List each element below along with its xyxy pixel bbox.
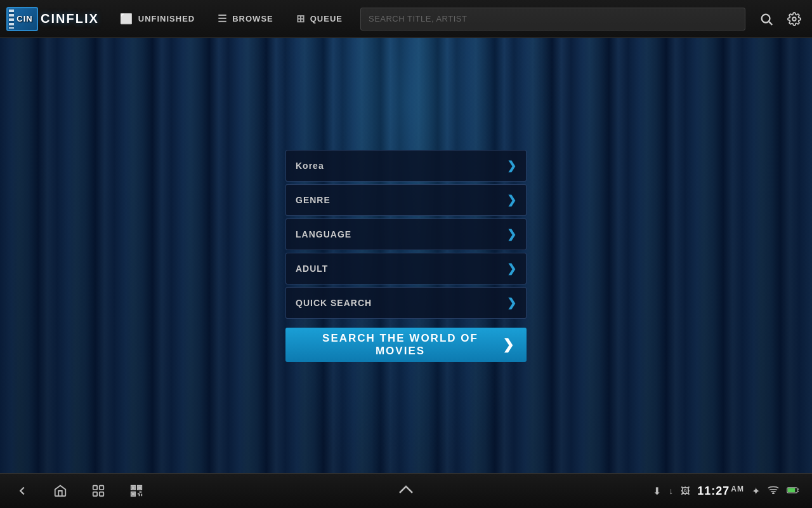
nav-queue-label: QUEUE	[310, 14, 343, 23]
svg-rect-3	[93, 486, 97, 490]
nav-browse-label: BROWSE	[232, 14, 273, 23]
android-home-button[interactable]	[51, 481, 70, 500]
android-center-up[interactable]	[396, 483, 416, 498]
genre-label: GENRE	[296, 195, 331, 205]
language-label: LANGUAGE	[296, 229, 351, 239]
main-content: Korea ❯ GENRE ❯ LANGUAGE ❯ ADULT ❯ QUICK…	[0, 38, 812, 473]
settings-icon[interactable]	[783, 8, 806, 30]
adult-dropdown[interactable]: ADULT ❯	[285, 253, 527, 284]
logo: CIN CINFLIX	[6, 7, 99, 31]
status-time: 11:27AM	[697, 485, 744, 498]
nav-browse[interactable]: ☰ BROWSE	[206, 8, 285, 30]
android-recents-button[interactable]	[89, 481, 108, 500]
quick-search-dropdown[interactable]: QUICK SEARCH ❯	[285, 287, 527, 319]
nav-unfinished[interactable]: ⬜ UNFINISHED	[108, 8, 206, 30]
svg-rect-22	[788, 488, 796, 493]
qr-scan-button[interactable]	[127, 481, 146, 500]
svg-point-0	[762, 14, 770, 22]
quick-search-chevron-icon: ❯	[507, 296, 516, 310]
country-label: Korea	[296, 161, 324, 171]
nav-unfinished-label: UNFINISHED	[138, 14, 195, 23]
adult-label: ADULT	[296, 264, 328, 274]
svg-point-2	[792, 17, 796, 21]
bottom-bar: ⬇ ↓ 🖼 11:27AM ✦	[0, 473, 812, 508]
svg-rect-5	[93, 492, 97, 496]
topbar: CIN CINFLIX ⬜ UNFINISHED ☰ BROWSE ⊞ QUEU…	[0, 0, 812, 38]
download-icon: ⬇	[653, 485, 661, 497]
search-button-icon[interactable]	[755, 8, 778, 30]
svg-rect-6	[100, 492, 103, 496]
quick-search-label: QUICK SEARCH	[296, 298, 372, 308]
search-world-label: SEARCH THE WORLD OF MOVIES	[298, 332, 502, 358]
time-value: 11:27	[697, 485, 730, 497]
logo-box: CIN	[6, 7, 38, 31]
queue-icon: ⊞	[296, 13, 305, 25]
logo-full-text: CINFLIX	[41, 11, 99, 26]
image-icon: 🖼	[681, 486, 690, 496]
adult-chevron-icon: ❯	[507, 262, 516, 276]
android-nav-left	[13, 481, 146, 500]
battery-icon	[787, 485, 799, 497]
svg-rect-10	[133, 487, 134, 489]
svg-rect-12	[133, 493, 134, 495]
genre-dropdown[interactable]: GENRE ❯	[285, 184, 527, 216]
android-back-button[interactable]	[13, 481, 32, 500]
monitor-icon: ⬜	[120, 13, 133, 25]
svg-line-1	[769, 22, 772, 25]
svg-rect-11	[139, 487, 141, 489]
svg-point-18	[773, 493, 774, 494]
topbar-actions	[755, 8, 806, 30]
bluetooth-icon: ✦	[752, 485, 760, 497]
language-chevron-icon: ❯	[507, 227, 516, 241]
search-input[interactable]	[369, 14, 737, 23]
language-dropdown[interactable]: LANGUAGE ❯	[285, 218, 527, 250]
search-panel: Korea ❯ GENRE ❯ LANGUAGE ❯ ADULT ❯ QUICK…	[285, 150, 527, 362]
am-pm-value: AM	[731, 485, 744, 493]
wifi-icon	[768, 485, 779, 497]
logo-inner-text: CIN	[11, 14, 32, 23]
genre-chevron-icon: ❯	[507, 193, 516, 207]
status-area: ⬇ ↓ 🖼 11:27AM ✦	[653, 485, 799, 498]
search-world-button[interactable]: SEARCH THE WORLD OF MOVIES ❯	[285, 328, 527, 362]
svg-rect-4	[100, 486, 103, 490]
search-world-chevron-icon: ❯	[502, 337, 514, 353]
country-chevron-icon: ❯	[507, 159, 516, 173]
film-strip-icon	[9, 10, 14, 29]
download-alt-icon: ↓	[669, 486, 673, 496]
country-dropdown[interactable]: Korea ❯	[285, 150, 527, 182]
nav-queue[interactable]: ⊞ QUEUE	[285, 8, 354, 30]
browse-icon: ☰	[218, 13, 227, 25]
search-bar[interactable]	[360, 8, 745, 30]
